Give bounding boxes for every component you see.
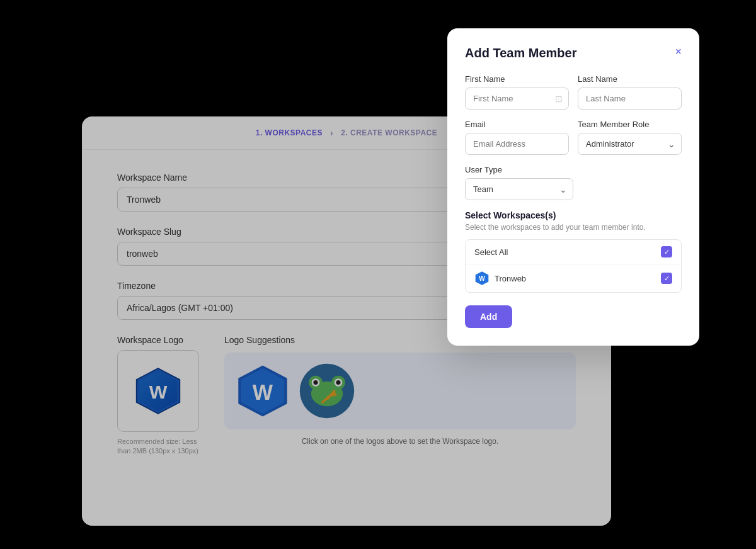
close-button[interactable]: ×: [675, 46, 682, 57]
email-input[interactable]: [465, 133, 569, 155]
workspaces-label: Select Workspaces(s): [465, 210, 682, 220]
first-name-input[interactable]: [465, 88, 569, 110]
last-name-field: Last Name: [578, 74, 682, 110]
workspace-item-left: W Tronweb: [474, 271, 526, 286]
modal-header: Add Team Member ×: [465, 46, 682, 60]
email-field: Email: [465, 120, 569, 155]
workspace-item-name: Tronweb: [495, 274, 526, 283]
workspace-checkbox[interactable]: ✓: [661, 273, 672, 284]
workspace-tronweb-item[interactable]: W Tronweb ✓: [466, 264, 681, 292]
role-label: Team Member Role: [578, 120, 682, 129]
modal-title: Add Team Member: [465, 46, 576, 60]
svg-text:W: W: [479, 275, 485, 282]
last-name-input[interactable]: [578, 88, 682, 110]
email-role-row: Email Team Member Role Administrator Mem…: [465, 120, 682, 155]
name-row: First Name ⊡ Last Name: [465, 74, 682, 110]
workspace-icon: W: [474, 271, 490, 286]
workspaces-section: Select Workspaces(s) Select the workspac…: [465, 210, 682, 293]
user-type-group: User Type Team Client Guest ⌄: [465, 165, 682, 200]
email-label: Email: [465, 120, 569, 129]
add-button[interactable]: Add: [465, 305, 512, 328]
select-all-label: Select All: [474, 247, 508, 257]
role-select-wrapper: Administrator Member Viewer ⌄: [578, 133, 682, 155]
first-name-label: First Name: [465, 74, 569, 84]
workspace-list: Select All ✓ W Tronweb ✓: [465, 239, 682, 293]
add-team-member-modal: Add Team Member × First Name ⊡ Last Name…: [447, 28, 699, 346]
select-all-checkbox[interactable]: ✓: [661, 246, 672, 258]
person-icon: ⊡: [555, 94, 563, 104]
role-field: Team Member Role Administrator Member Vi…: [578, 120, 682, 155]
last-name-label: Last Name: [578, 74, 682, 84]
workspaces-hint: Select the workspaces to add your team m…: [465, 223, 682, 232]
user-type-label: User Type: [465, 165, 682, 174]
user-type-select-wrapper: Team Client Guest ⌄: [465, 178, 682, 200]
select-all-item[interactable]: Select All ✓: [466, 240, 681, 264]
user-type-select[interactable]: Team Client Guest: [465, 178, 573, 200]
first-name-field: First Name ⊡: [465, 74, 569, 110]
role-select[interactable]: Administrator Member Viewer: [578, 133, 682, 155]
